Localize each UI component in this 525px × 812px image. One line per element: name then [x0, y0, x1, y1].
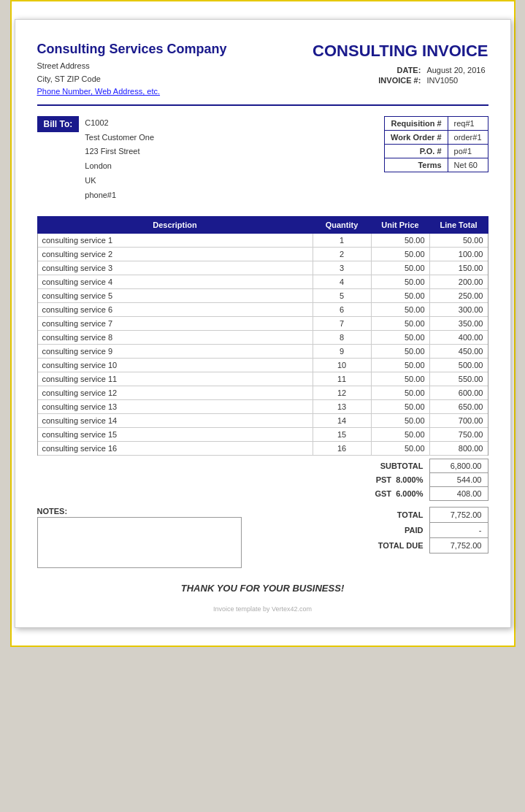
- row-desc: consulting service 9: [37, 344, 313, 358]
- row-total: 250.00: [429, 288, 488, 302]
- row-qty: 5: [313, 288, 371, 302]
- customer-name: Test Customer One: [85, 131, 154, 145]
- row-unit: 50.00: [371, 302, 429, 316]
- req-label-1: Work Order #: [385, 130, 448, 144]
- row-qty: 4: [313, 275, 371, 288]
- table-row: consulting service 6 6 50.00 300.00: [37, 302, 488, 316]
- col-header-total: Line Total: [429, 216, 488, 233]
- bottom-totals: TOTAL 7,752.00 PAID - TOTAL DUE 7,752.00: [263, 507, 488, 554]
- gst-value: 408.00: [429, 486, 488, 500]
- table-row: consulting service 1 1 50.00 50.00: [37, 233, 488, 247]
- invoice-title: CONSULTING INVOICE: [313, 42, 488, 61]
- req-value-2: po#1: [448, 144, 488, 158]
- row-unit: 50.00: [371, 372, 429, 386]
- header-right: CONSULTING INVOICE DATE: August 20, 2016…: [313, 42, 488, 85]
- row-qty: 9: [313, 344, 371, 358]
- row-unit: 50.00: [371, 275, 429, 288]
- invoice-meta: DATE: August 20, 2016 INVOICE #: INV1050: [375, 65, 488, 85]
- invoice-num-value: INV1050: [424, 75, 488, 85]
- row-total: 150.00: [429, 261, 488, 275]
- final-totals-table: TOTAL 7,752.00 PAID - TOTAL DUE 7,752.00: [372, 507, 488, 554]
- row-total: 700.00: [429, 413, 488, 427]
- row-desc: consulting service 13: [37, 399, 313, 413]
- line-items-table: Description Quantity Unit Price Line Tot…: [37, 216, 488, 456]
- row-total: 450.00: [429, 344, 488, 358]
- row-total: 500.00: [429, 358, 488, 372]
- gst-label: GST 6.000%: [369, 486, 429, 500]
- row-qty: 15: [313, 427, 371, 441]
- req-label-3: Terms: [385, 158, 448, 172]
- date-value: August 20, 2016: [424, 65, 488, 75]
- row-unit: 50.00: [371, 247, 429, 261]
- total-value: 7,752.00: [429, 507, 488, 522]
- row-unit: 50.00: [371, 344, 429, 358]
- billing-section: Bill To: C1002 Test Customer One 123 Fir…: [37, 116, 488, 203]
- row-qty: 7: [313, 316, 371, 330]
- row-total: 200.00: [429, 275, 488, 288]
- paid-value: -: [429, 522, 488, 537]
- total-due-label: TOTAL DUE: [372, 537, 429, 553]
- total-label: TOTAL: [372, 507, 429, 522]
- phone-link[interactable]: Phone Number, Web Address, etc.: [37, 87, 161, 96]
- row-desc: consulting service 12: [37, 386, 313, 399]
- totals-table: SUBTOTAL 6,800.00 PST 8.000% 544.00 GST …: [369, 459, 488, 501]
- row-qty: 12: [313, 386, 371, 399]
- table-row: consulting service 11 11 50.00 550.00: [37, 372, 488, 386]
- row-total: 650.00: [429, 399, 488, 413]
- row-unit: 50.00: [371, 288, 429, 302]
- bottom-section: NOTES: TOTAL 7,752.00 PAID - TOTAL DUE 7…: [37, 507, 488, 568]
- pst-label: PST 8.000%: [369, 472, 429, 486]
- row-desc: consulting service 14: [37, 413, 313, 427]
- row-qty: 6: [313, 302, 371, 316]
- table-row: consulting service 10 10 50.00 500.00: [37, 358, 488, 372]
- row-qty: 14: [313, 413, 371, 427]
- row-qty: 2: [313, 247, 371, 261]
- req-value-3: Net 60: [448, 158, 488, 172]
- total-due-value: 7,752.00: [429, 537, 488, 553]
- company-info: Street Address City, ST ZIP Code Phone N…: [37, 60, 227, 99]
- row-total: 600.00: [429, 386, 488, 399]
- row-qty: 8: [313, 330, 371, 344]
- row-unit: 50.00: [371, 330, 429, 344]
- table-row: consulting service 12 12 50.00 600.00: [37, 386, 488, 399]
- row-unit: 50.00: [371, 427, 429, 441]
- row-desc: consulting service 3: [37, 261, 313, 275]
- col-header-desc: Description: [37, 216, 313, 233]
- row-unit: 50.00: [371, 316, 429, 330]
- row-qty: 1: [313, 233, 371, 247]
- paid-label: PAID: [372, 522, 429, 537]
- table-row: consulting service 4 4 50.00 200.00: [37, 275, 488, 288]
- table-row: consulting service 2 2 50.00 100.00: [37, 247, 488, 261]
- bill-to-left: Bill To: C1002 Test Customer One 123 Fir…: [37, 116, 155, 203]
- req-value-0: req#1: [448, 116, 488, 130]
- row-desc: consulting service 6: [37, 302, 313, 316]
- date-label: DATE:: [375, 65, 424, 75]
- company-name: Consulting Services Company: [37, 42, 227, 57]
- row-desc: consulting service 5: [37, 288, 313, 302]
- row-desc: consulting service 10: [37, 358, 313, 372]
- row-desc: consulting service 2: [37, 247, 313, 261]
- row-total: 100.00: [429, 247, 488, 261]
- row-qty: 10: [313, 358, 371, 372]
- row-desc: consulting service 1: [37, 233, 313, 247]
- row-total: 800.00: [429, 441, 488, 455]
- customer-city: London: [85, 159, 154, 174]
- row-qty: 11: [313, 372, 371, 386]
- row-unit: 50.00: [371, 233, 429, 247]
- table-row: consulting service 9 9 50.00 450.00: [37, 344, 488, 358]
- row-unit: 50.00: [371, 261, 429, 275]
- street-address: Street Address: [37, 60, 227, 73]
- notes-label: NOTES:: [37, 507, 242, 516]
- notes-box[interactable]: [37, 517, 242, 568]
- col-header-qty: Quantity: [313, 216, 371, 233]
- row-total: 750.00: [429, 427, 488, 441]
- invoice-header: Consulting Services Company Street Addre…: [37, 42, 488, 99]
- company-block: Consulting Services Company Street Addre…: [37, 42, 227, 99]
- customer-id: C1002: [85, 116, 154, 131]
- row-total: 350.00: [429, 316, 488, 330]
- row-total: 50.00: [429, 233, 488, 247]
- row-desc: consulting service 8: [37, 330, 313, 344]
- subtotal-value: 6,800.00: [429, 459, 488, 472]
- row-unit: 50.00: [371, 358, 429, 372]
- row-desc: consulting service 16: [37, 441, 313, 455]
